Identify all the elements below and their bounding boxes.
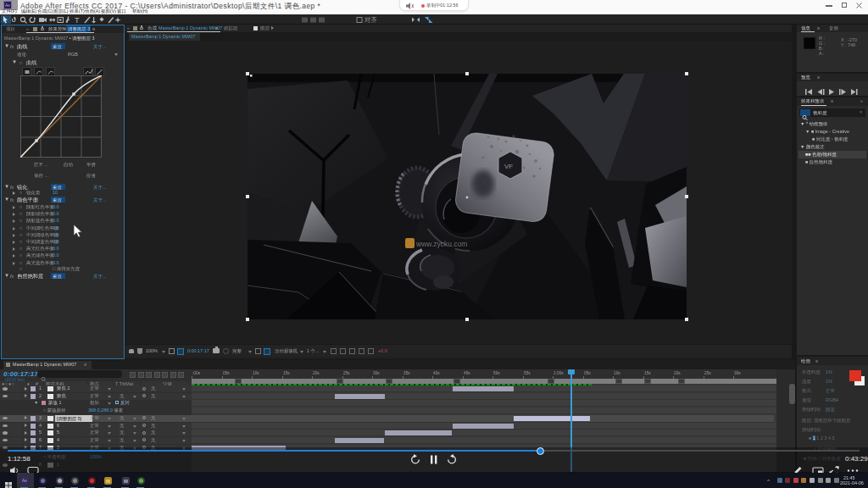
svg-text:对齐: 对齐 bbox=[364, 16, 377, 24]
svg-text:T: T bbox=[75, 16, 80, 25]
svg-text:VF: VF bbox=[504, 163, 513, 170]
svg-text:www.zycku.com: www.zycku.com bbox=[415, 240, 467, 248]
